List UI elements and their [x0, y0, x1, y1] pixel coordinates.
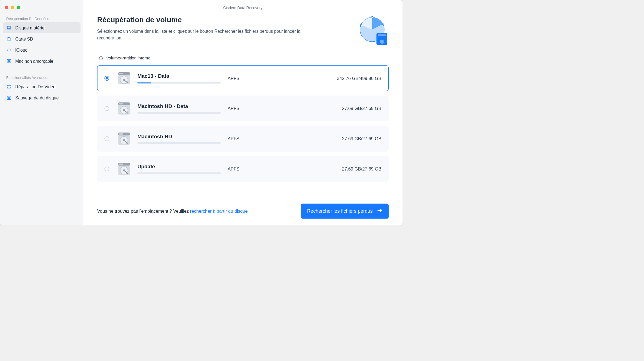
usage-bar — [137, 172, 221, 174]
volume-row[interactable]: Macintosh HD - DataAPFS27.69 GB/27.69 GB — [97, 96, 389, 122]
usage-bar — [137, 142, 221, 144]
volume-section-label: Volume/Partition interne — [106, 56, 150, 61]
volume-row[interactable]: Macintosh HDAPFS27.69 GB/27.69 GB — [97, 126, 389, 152]
cloud-icon — [6, 47, 12, 53]
sidebar-item-laptop[interactable]: Disque matériel — [3, 22, 80, 33]
svg-point-3 — [9, 61, 10, 61]
app-window: Récupération De Données Disque matérielC… — [0, 0, 402, 226]
sd-icon — [6, 36, 12, 42]
app-title: Cisdem Data Recovery — [83, 6, 402, 16]
volume-size: 27.69 GB/27.69 GB — [262, 106, 381, 111]
search-lost-files-button[interactable]: Rechercher les fichiers perdus — [301, 204, 389, 219]
volume-size: 342.76 GB/499.90 GB — [262, 76, 381, 81]
svg-point-10 — [360, 24, 362, 26]
page-subtitle: Sélectionnez un volume dans la liste et … — [97, 28, 305, 41]
volume-row[interactable]: UpdateAPFS27.69 GB/27.69 GB — [97, 156, 389, 182]
video-icon — [6, 84, 12, 90]
volume-name: Macintosh HD — [137, 134, 228, 139]
svg-rect-30 — [119, 133, 123, 135]
usage-bar — [137, 112, 221, 114]
volume-filesystem: APFS — [228, 106, 262, 111]
sidebar-item-label: Réparation De Vidéo — [15, 84, 56, 89]
sidebar-item-backup[interactable]: Sauvegarde du disque — [3, 92, 80, 104]
sidebar: Récupération De Données Disque matérielC… — [0, 0, 83, 226]
radio-button[interactable] — [104, 106, 109, 111]
svg-point-7 — [9, 98, 9, 98]
svg-rect-1 — [7, 59, 11, 62]
svg-point-2 — [8, 61, 9, 61]
hard-drive-icon — [116, 71, 132, 86]
svg-rect-36 — [119, 164, 123, 165]
svg-rect-0 — [7, 26, 11, 29]
backup-icon — [6, 95, 12, 101]
sidebar-item-video[interactable]: Réparation De Vidéo — [3, 81, 80, 92]
sidebar-section-advanced: Fonctionnalités Avancées — [3, 74, 80, 81]
radio-button[interactable] — [104, 136, 109, 141]
laptop-icon — [6, 25, 12, 31]
sidebar-item-label: Mac non amorçable — [15, 59, 53, 64]
main-content: Cisdem Data Recovery Récupération de vol… — [83, 0, 402, 226]
sidebar-item-label: Sauvegarde du disque — [15, 95, 59, 100]
sidebar-item-sd[interactable]: Carte SD — [3, 33, 80, 44]
sidebar-item-cloud[interactable]: iCloud — [3, 44, 80, 56]
usage-bar — [137, 82, 221, 83]
volume-name: Update — [137, 164, 228, 169]
volume-name: Macintosh HD - Data — [137, 103, 228, 109]
svg-rect-18 — [119, 73, 123, 74]
radio-button[interactable] — [104, 166, 109, 171]
hard-drive-icon — [116, 161, 132, 177]
sidebar-section-recovery: Récupération De Données — [3, 15, 80, 22]
volume-size: 27.69 GB/27.69 GB — [262, 136, 381, 141]
maximize-icon[interactable] — [17, 6, 20, 9]
volume-list: Mac13 - DataAPFS342.76 GB/499.90 GB Maci… — [97, 65, 389, 182]
volume-row[interactable]: Mac13 - DataAPFS342.76 GB/499.90 GB — [97, 65, 389, 91]
svg-point-9 — [371, 16, 373, 18]
hard-drive-icon — [116, 131, 132, 146]
volume-name: Mac13 - Data — [137, 73, 228, 79]
drive-icon — [99, 55, 104, 61]
svg-rect-4 — [7, 85, 11, 88]
hard-drive-icon — [116, 101, 132, 116]
svg-point-13 — [380, 40, 384, 44]
volume-size: 27.69 GB/27.69 GB — [262, 166, 381, 171]
sad-icon — [6, 58, 12, 64]
svg-rect-24 — [119, 103, 123, 104]
radio-button[interactable] — [104, 76, 109, 81]
svg-point-11 — [382, 23, 384, 25]
volume-filesystem: APFS — [228, 76, 262, 81]
svg-rect-14 — [378, 34, 386, 36]
volume-filesystem: APFS — [228, 136, 262, 141]
pie-chart-drive-icon — [358, 16, 389, 47]
page-title: Récupération de volume — [97, 16, 305, 24]
footer-help-text: Vous ne trouvez pas l'emplacement ? Veui… — [97, 209, 248, 214]
minimize-icon[interactable] — [11, 6, 14, 9]
search-from-disk-link[interactable]: rechercher à partir du disque — [190, 209, 248, 214]
sidebar-item-sad[interactable]: Mac non amorçable — [3, 56, 80, 67]
close-icon[interactable] — [5, 6, 9, 9]
sidebar-item-label: Carte SD — [15, 36, 33, 41]
arrow-right-icon — [377, 208, 383, 214]
svg-point-15 — [102, 58, 102, 59]
volume-filesystem: APFS — [228, 166, 262, 171]
sidebar-item-label: iCloud — [15, 47, 27, 52]
traffic-lights — [3, 4, 80, 15]
sidebar-item-label: Disque matériel — [15, 25, 46, 30]
volume-section-header: Volume/Partition interne — [99, 55, 389, 61]
